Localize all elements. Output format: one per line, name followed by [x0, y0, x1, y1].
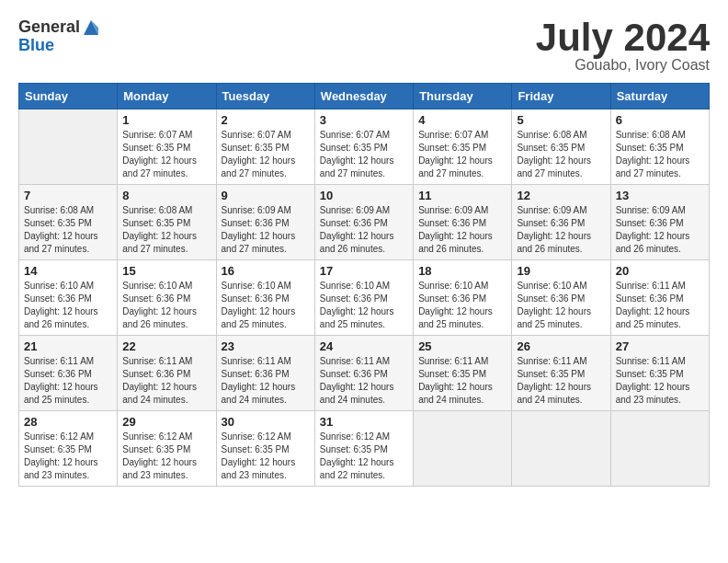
calendar-cell: [512, 411, 610, 487]
day-info: Sunrise: 6:07 AM Sunset: 6:35 PM Dayligh…: [320, 129, 408, 180]
day-number: 1: [122, 113, 210, 127]
day-number: 23: [222, 339, 310, 353]
calendar-body: 1Sunrise: 6:07 AM Sunset: 6:35 PM Daylig…: [19, 109, 710, 487]
calendar-cell: 12Sunrise: 6:09 AM Sunset: 6:36 PM Dayli…: [512, 185, 610, 260]
calendar-cell: 2Sunrise: 6:07 AM Sunset: 6:35 PM Daylig…: [216, 109, 314, 185]
calendar-cell: 16Sunrise: 6:10 AM Sunset: 6:36 PM Dayli…: [216, 260, 314, 336]
day-info: Sunrise: 6:11 AM Sunset: 6:36 PM Dayligh…: [122, 355, 210, 407]
calendar-cell: 13Sunrise: 6:09 AM Sunset: 6:36 PM Dayli…: [610, 185, 709, 260]
calendar-cell: 7Sunrise: 6:08 AM Sunset: 6:35 PM Daylig…: [19, 185, 118, 260]
calendar-cell: [19, 109, 118, 185]
day-number: 4: [418, 113, 506, 127]
day-number: 31: [320, 415, 408, 429]
calendar-cell: 29Sunrise: 6:12 AM Sunset: 6:35 PM Dayli…: [118, 411, 216, 487]
calendar-cell: 11Sunrise: 6:09 AM Sunset: 6:36 PM Dayli…: [414, 185, 512, 260]
day-info: Sunrise: 6:07 AM Sunset: 6:35 PM Dayligh…: [222, 129, 310, 180]
day-info: Sunrise: 6:10 AM Sunset: 6:36 PM Dayligh…: [517, 280, 605, 331]
day-info: Sunrise: 6:10 AM Sunset: 6:36 PM Dayligh…: [320, 280, 408, 331]
day-info: Sunrise: 6:07 AM Sunset: 6:35 PM Dayligh…: [418, 129, 506, 180]
calendar-cell: 18Sunrise: 6:10 AM Sunset: 6:36 PM Dayli…: [414, 260, 512, 336]
weekday-header-tuesday: Tuesday: [216, 84, 314, 109]
day-info: Sunrise: 6:11 AM Sunset: 6:36 PM Dayligh…: [616, 280, 704, 331]
day-info: Sunrise: 6:11 AM Sunset: 6:35 PM Dayligh…: [517, 355, 605, 407]
logo-blue: Blue: [18, 37, 100, 55]
day-info: Sunrise: 6:11 AM Sunset: 6:36 PM Dayligh…: [24, 355, 112, 407]
day-number: 19: [517, 264, 605, 278]
day-info: Sunrise: 6:12 AM Sunset: 6:35 PM Dayligh…: [122, 431, 210, 482]
calendar-cell: 24Sunrise: 6:11 AM Sunset: 6:36 PM Dayli…: [314, 336, 413, 411]
calendar-week-row: 21Sunrise: 6:11 AM Sunset: 6:36 PM Dayli…: [19, 336, 710, 411]
calendar-cell: [610, 411, 709, 487]
calendar-cell: 17Sunrise: 6:10 AM Sunset: 6:36 PM Dayli…: [314, 260, 413, 336]
calendar-cell: 30Sunrise: 6:12 AM Sunset: 6:35 PM Dayli…: [216, 411, 314, 487]
day-number: 21: [24, 339, 112, 353]
calendar-cell: [414, 411, 512, 487]
day-info: Sunrise: 6:10 AM Sunset: 6:36 PM Dayligh…: [122, 280, 210, 331]
weekday-header-thursday: Thursday: [414, 84, 512, 109]
day-number: 14: [24, 264, 112, 278]
calendar-cell: 8Sunrise: 6:08 AM Sunset: 6:35 PM Daylig…: [118, 185, 216, 260]
day-info: Sunrise: 6:10 AM Sunset: 6:36 PM Dayligh…: [24, 280, 112, 331]
day-info: Sunrise: 6:08 AM Sunset: 6:35 PM Dayligh…: [24, 204, 112, 256]
day-info: Sunrise: 6:12 AM Sunset: 6:35 PM Dayligh…: [222, 431, 310, 482]
day-info: Sunrise: 6:09 AM Sunset: 6:36 PM Dayligh…: [418, 204, 506, 256]
day-number: 9: [222, 189, 310, 202]
day-number: 3: [320, 113, 408, 127]
calendar-cell: 14Sunrise: 6:10 AM Sunset: 6:36 PM Dayli…: [19, 260, 118, 336]
day-info: Sunrise: 6:09 AM Sunset: 6:36 PM Dayligh…: [517, 204, 605, 256]
calendar-cell: 9Sunrise: 6:09 AM Sunset: 6:36 PM Daylig…: [216, 185, 314, 260]
day-info: Sunrise: 6:11 AM Sunset: 6:36 PM Dayligh…: [222, 355, 310, 407]
calendar-cell: 25Sunrise: 6:11 AM Sunset: 6:35 PM Dayli…: [414, 336, 512, 411]
day-number: 29: [122, 415, 210, 429]
calendar-cell: 3Sunrise: 6:07 AM Sunset: 6:35 PM Daylig…: [314, 109, 413, 185]
calendar-cell: 23Sunrise: 6:11 AM Sunset: 6:36 PM Dayli…: [216, 336, 314, 411]
calendar-cell: 19Sunrise: 6:10 AM Sunset: 6:36 PM Dayli…: [512, 260, 610, 336]
calendar-subtitle: Gouabo, Ivory Coast: [536, 57, 710, 74]
day-number: 18: [418, 264, 506, 278]
day-number: 8: [122, 189, 210, 202]
weekday-header-row: SundayMondayTuesdayWednesdayThursdayFrid…: [19, 84, 710, 109]
calendar-cell: 21Sunrise: 6:11 AM Sunset: 6:36 PM Dayli…: [19, 336, 118, 411]
calendar-title: July 2024: [536, 18, 710, 57]
calendar-cell: 31Sunrise: 6:12 AM Sunset: 6:35 PM Dayli…: [314, 411, 413, 487]
day-number: 12: [517, 189, 605, 202]
day-number: 26: [517, 339, 605, 353]
weekday-header-monday: Monday: [118, 84, 216, 109]
day-number: 28: [24, 415, 112, 429]
day-info: Sunrise: 6:09 AM Sunset: 6:36 PM Dayligh…: [222, 204, 310, 256]
weekday-header-sunday: Sunday: [19, 84, 118, 109]
day-number: 25: [418, 339, 506, 353]
day-number: 6: [616, 113, 704, 127]
day-info: Sunrise: 6:08 AM Sunset: 6:35 PM Dayligh…: [616, 129, 704, 180]
day-info: Sunrise: 6:07 AM Sunset: 6:35 PM Dayligh…: [122, 129, 210, 180]
day-number: 13: [616, 189, 704, 202]
calendar-cell: 27Sunrise: 6:11 AM Sunset: 6:35 PM Dayli…: [610, 336, 709, 411]
calendar-cell: 28Sunrise: 6:12 AM Sunset: 6:35 PM Dayli…: [19, 411, 118, 487]
day-number: 7: [24, 189, 112, 202]
day-info: Sunrise: 6:08 AM Sunset: 6:35 PM Dayligh…: [517, 129, 605, 180]
day-number: 16: [222, 264, 310, 278]
weekday-header-friday: Friday: [512, 84, 610, 109]
logo-general: General: [18, 18, 80, 37]
day-info: Sunrise: 6:12 AM Sunset: 6:35 PM Dayligh…: [320, 431, 408, 482]
day-number: 27: [616, 339, 704, 353]
day-number: 2: [222, 113, 310, 127]
day-info: Sunrise: 6:10 AM Sunset: 6:36 PM Dayligh…: [222, 280, 310, 331]
calendar-cell: 15Sunrise: 6:10 AM Sunset: 6:36 PM Dayli…: [118, 260, 216, 336]
day-info: Sunrise: 6:08 AM Sunset: 6:35 PM Dayligh…: [122, 204, 210, 256]
title-section: July 2024 Gouabo, Ivory Coast: [536, 18, 710, 74]
weekday-header-saturday: Saturday: [610, 84, 709, 109]
calendar-table: SundayMondayTuesdayWednesdayThursdayFrid…: [18, 83, 710, 487]
day-number: 24: [320, 339, 408, 353]
day-number: 11: [418, 189, 506, 202]
day-info: Sunrise: 6:09 AM Sunset: 6:36 PM Dayligh…: [616, 204, 704, 256]
day-info: Sunrise: 6:11 AM Sunset: 6:35 PM Dayligh…: [418, 355, 506, 407]
calendar-cell: 10Sunrise: 6:09 AM Sunset: 6:36 PM Dayli…: [314, 185, 413, 260]
day-number: 5: [517, 113, 605, 127]
calendar-week-row: 7Sunrise: 6:08 AM Sunset: 6:35 PM Daylig…: [19, 185, 710, 260]
calendar-cell: 6Sunrise: 6:08 AM Sunset: 6:35 PM Daylig…: [610, 109, 709, 185]
calendar-cell: 26Sunrise: 6:11 AM Sunset: 6:35 PM Dayli…: [512, 336, 610, 411]
calendar-week-row: 1Sunrise: 6:07 AM Sunset: 6:35 PM Daylig…: [19, 109, 710, 185]
day-number: 30: [222, 415, 310, 429]
day-info: Sunrise: 6:11 AM Sunset: 6:35 PM Dayligh…: [616, 355, 704, 407]
